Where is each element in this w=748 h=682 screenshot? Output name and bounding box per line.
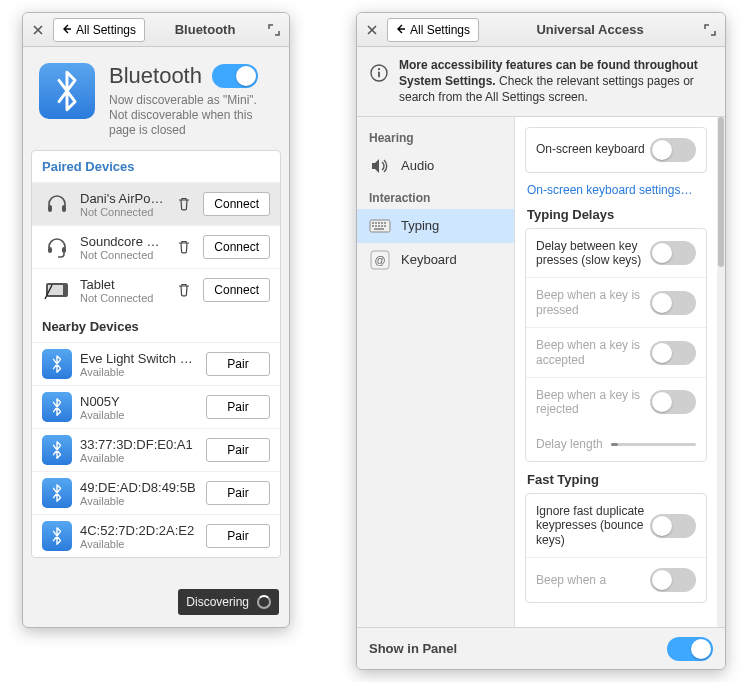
svg-rect-13 [381, 222, 383, 224]
device-status: Not Connected [80, 249, 165, 261]
bluetooth-heading: Bluetooth [109, 63, 202, 89]
device-name: 33:77:3D:DF:E0:A1 [80, 437, 198, 452]
connect-button[interactable]: Connect [203, 235, 270, 259]
device-status: Not Connected [80, 292, 165, 304]
setting-toggle[interactable] [650, 514, 696, 538]
svg-point-7 [378, 68, 380, 70]
device-name: Tablet [80, 277, 165, 292]
sidebar-item-label: Typing [401, 218, 439, 233]
remove-device-button[interactable] [173, 279, 195, 301]
pair-button[interactable]: Pair [206, 352, 270, 376]
show-in-panel-label: Show in Panel [369, 641, 457, 656]
device-name: Soundcore … [80, 234, 165, 249]
device-status: Available [80, 409, 198, 421]
expand-icon[interactable] [701, 21, 719, 39]
pair-button[interactable]: Pair [206, 524, 270, 548]
device-name: N005Y [80, 394, 198, 409]
back-all-settings-button[interactable]: All Settings [53, 18, 145, 42]
remove-device-button[interactable] [173, 193, 195, 215]
arrow-left-icon [396, 23, 406, 37]
back-label: All Settings [410, 23, 470, 37]
nearby-device-row[interactable]: N005YAvailablePair [32, 385, 280, 428]
paired-device-row[interactable]: Soundcore …Not ConnectedConnect [32, 225, 280, 268]
nearby-device-row[interactable]: 49:DE:AD:D8:49:5BAvailablePair [32, 471, 280, 514]
close-icon[interactable] [29, 21, 47, 39]
sidebar-group-label: Hearing [357, 123, 514, 149]
svg-rect-19 [384, 225, 386, 227]
svg-rect-20 [374, 228, 384, 230]
sidebar-item-typing[interactable]: Typing [357, 209, 514, 243]
device-status: Available [80, 366, 198, 378]
nearby-device-row[interactable]: Eve Light Switch …AvailablePair [32, 342, 280, 385]
scroll-thumb[interactable] [718, 117, 724, 267]
device-name: Dani's AirPo… [80, 191, 165, 206]
svg-rect-2 [48, 247, 52, 253]
setting-toggle [650, 568, 696, 592]
pair-button[interactable]: Pair [206, 481, 270, 505]
sidebar-item-keyboard[interactable]: @Keyboard [357, 243, 514, 277]
device-name: 4C:52:7D:2D:2A:E2 [80, 523, 198, 538]
paired-device-row[interactable]: TabletNot ConnectedConnect [32, 268, 280, 311]
tablet-icon [42, 275, 72, 305]
bluetooth-icon [42, 478, 72, 508]
scrollbar[interactable] [717, 117, 725, 627]
setting-toggle [650, 341, 696, 365]
delay-length-slider [611, 438, 696, 450]
bluetooth-icon [42, 349, 72, 379]
speaker-icon [369, 155, 391, 177]
svg-rect-14 [384, 222, 386, 224]
back-all-settings-button[interactable]: All Settings [387, 18, 479, 42]
device-status: Not Connected [80, 206, 165, 218]
bluetooth-hero: Bluetooth Now discoverable as "Mini". No… [23, 47, 289, 142]
headphones-icon [42, 189, 72, 219]
sidebar: HearingAudioInteractionTyping@Keyboard [357, 117, 515, 627]
footer: Show in Panel [357, 627, 725, 669]
connect-button[interactable]: Connect [203, 278, 270, 302]
window-title: Universal Access [485, 22, 695, 37]
sidebar-item-label: Keyboard [401, 252, 457, 267]
setting-label: Beep when a key is accepted [536, 338, 646, 367]
nearby-device-row[interactable]: 33:77:3D:DF:E0:A1AvailablePair [32, 428, 280, 471]
bluetooth-window: All Settings Bluetooth Bluetooth Now dis… [22, 12, 290, 628]
bluetooth-icon [42, 435, 72, 465]
device-status: Available [80, 495, 198, 507]
window-title: Bluetooth [151, 22, 259, 37]
svg-rect-0 [48, 205, 52, 212]
svg-rect-15 [372, 225, 374, 227]
setting-toggle[interactable] [650, 241, 696, 265]
sidebar-item-audio[interactable]: Audio [357, 149, 514, 183]
nearby-device-row[interactable]: 4C:52:7D:2D:2A:E2AvailablePair [32, 514, 280, 557]
ua-body: HearingAudioInteractionTyping@Keyboard O… [357, 117, 725, 627]
back-label: All Settings [76, 23, 136, 37]
osk-settings-link[interactable]: On-screen keyboard settings… [527, 183, 707, 197]
pair-button[interactable]: Pair [206, 395, 270, 419]
svg-rect-3 [62, 247, 66, 253]
svg-rect-10 [372, 222, 374, 224]
device-status: Available [80, 452, 198, 464]
close-icon[interactable] [363, 21, 381, 39]
paired-devices-heading: Paired Devices [32, 151, 280, 182]
arrow-left-icon [62, 23, 72, 37]
svg-rect-8 [378, 72, 380, 78]
expand-icon[interactable] [265, 21, 283, 39]
info-banner: More accessibility features can be found… [357, 47, 725, 117]
device-name: 49:DE:AD:D8:49:5B [80, 480, 198, 495]
connect-button[interactable]: Connect [203, 192, 270, 216]
bluetooth-icon [42, 521, 72, 551]
main-content: On-screen keyboard On-screen keyboard se… [515, 117, 725, 627]
setting-label: Ignore fast duplicate keypresses (bounce… [536, 504, 646, 547]
delay-length-label: Delay length [536, 437, 603, 451]
bluetooth-toggle[interactable] [212, 64, 258, 88]
keyboard-icon [369, 215, 391, 237]
sidebar-item-label: Audio [401, 158, 434, 173]
pair-button[interactable]: Pair [206, 438, 270, 462]
osk-label: On-screen keyboard [536, 142, 645, 156]
osk-toggle[interactable] [650, 138, 696, 162]
show-in-panel-toggle[interactable] [667, 637, 713, 661]
svg-rect-18 [381, 225, 383, 227]
typing-delays-heading: Typing Delays [527, 207, 707, 222]
info-text: More accessibility features can be found… [399, 57, 713, 106]
setting-toggle [650, 390, 696, 414]
paired-device-row[interactable]: Dani's AirPo…Not ConnectedConnect [32, 182, 280, 225]
remove-device-button[interactable] [173, 236, 195, 258]
